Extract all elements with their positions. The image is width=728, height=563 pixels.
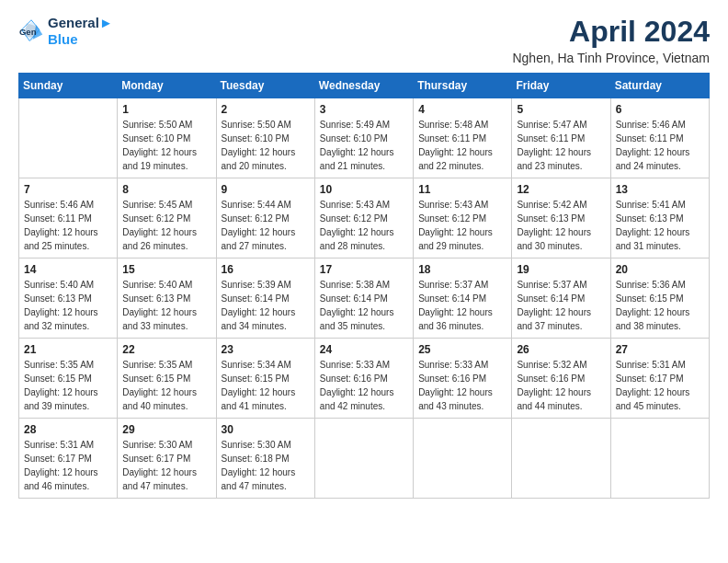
- sunrise-time: Sunrise: 5:50 AM: [122, 118, 210, 132]
- daylight-hours: Daylight: 12 hours: [24, 305, 112, 319]
- daylight-hours: Daylight: 12 hours: [320, 305, 408, 319]
- daylight-hours: Daylight: 12 hours: [517, 225, 605, 239]
- day-info: Sunrise: 5:35 AMSunset: 6:15 PMDaylight:…: [122, 358, 210, 413]
- sunrise-time: Sunrise: 5:30 AM: [122, 438, 210, 452]
- sunrise-time: Sunrise: 5:46 AM: [24, 198, 112, 212]
- calendar-cell: [19, 98, 118, 178]
- day-number: 3: [320, 103, 408, 116]
- daylight-minutes: and 31 minutes.: [616, 239, 704, 253]
- day-info: Sunrise: 5:43 AMSunset: 6:12 PMDaylight:…: [320, 198, 408, 253]
- day-info: Sunrise: 5:35 AMSunset: 6:15 PMDaylight:…: [24, 358, 112, 413]
- calendar-week-1: 1Sunrise: 5:50 AMSunset: 6:10 PMDaylight…: [19, 98, 710, 178]
- daylight-hours: Daylight: 12 hours: [222, 225, 310, 239]
- calendar-cell: 3Sunrise: 5:49 AMSunset: 6:10 PMDaylight…: [314, 98, 413, 178]
- sunset-time: Sunset: 6:14 PM: [517, 292, 605, 305]
- weekday-header-wednesday: Wednesday: [314, 74, 413, 98]
- daylight-minutes: and 32 minutes.: [24, 319, 112, 333]
- calendar-cell: 14Sunrise: 5:40 AMSunset: 6:13 PMDayligh…: [19, 259, 118, 339]
- daylight-minutes: and 38 minutes.: [616, 319, 704, 333]
- daylight-hours: Daylight: 12 hours: [418, 385, 506, 399]
- day-info: Sunrise: 5:33 AMSunset: 6:16 PMDaylight:…: [320, 358, 408, 413]
- calendar-cell: 18Sunrise: 5:37 AMSunset: 6:14 PMDayligh…: [414, 259, 512, 339]
- daylight-minutes: and 23 minutes.: [517, 159, 605, 173]
- day-number: 8: [122, 183, 210, 196]
- daylight-minutes: and 46 minutes.: [24, 479, 112, 493]
- calendar-cell: [314, 419, 413, 499]
- calendar-week-4: 21Sunrise: 5:35 AMSunset: 6:15 PMDayligh…: [19, 339, 710, 419]
- calendar-cell: 16Sunrise: 5:39 AMSunset: 6:14 PMDayligh…: [216, 259, 314, 339]
- sunrise-time: Sunrise: 5:33 AM: [418, 358, 506, 372]
- day-number: 10: [320, 183, 408, 196]
- title-block: April 2024 Nghen, Ha Tinh Province, Viet…: [512, 15, 710, 65]
- daylight-minutes: and 26 minutes.: [122, 239, 210, 253]
- day-info: Sunrise: 5:30 AMSunset: 6:17 PMDaylight:…: [122, 438, 210, 493]
- calendar-cell: 6Sunrise: 5:46 AMSunset: 6:11 PMDaylight…: [610, 98, 709, 178]
- day-number: 23: [222, 343, 310, 356]
- day-number: 26: [517, 343, 605, 356]
- calendar-cell: 27Sunrise: 5:31 AMSunset: 6:17 PMDayligh…: [610, 339, 709, 419]
- calendar-cell: 29Sunrise: 5:30 AMSunset: 6:17 PMDayligh…: [118, 419, 216, 499]
- day-info: Sunrise: 5:50 AMSunset: 6:10 PMDaylight:…: [222, 118, 310, 173]
- day-info: Sunrise: 5:31 AMSunset: 6:17 PMDaylight:…: [24, 438, 112, 493]
- daylight-minutes: and 28 minutes.: [320, 239, 408, 253]
- sunset-time: Sunset: 6:13 PM: [616, 212, 704, 225]
- daylight-minutes: and 44 minutes.: [517, 399, 605, 413]
- day-number: 20: [616, 263, 704, 276]
- day-info: Sunrise: 5:46 AMSunset: 6:11 PMDaylight:…: [24, 198, 112, 253]
- daylight-hours: Daylight: 12 hours: [517, 385, 605, 399]
- daylight-minutes: and 24 minutes.: [616, 159, 704, 173]
- sunset-time: Sunset: 6:16 PM: [418, 372, 506, 385]
- sunrise-time: Sunrise: 5:37 AM: [418, 278, 506, 292]
- daylight-hours: Daylight: 12 hours: [24, 385, 112, 399]
- daylight-minutes: and 43 minutes.: [418, 399, 506, 413]
- logo-icon: Gen: [18, 18, 44, 44]
- day-number: 13: [616, 183, 704, 196]
- day-info: Sunrise: 5:34 AMSunset: 6:15 PMDaylight:…: [222, 358, 310, 413]
- daylight-hours: Daylight: 12 hours: [418, 145, 506, 159]
- daylight-minutes: and 22 minutes.: [418, 159, 506, 173]
- calendar-cell: 20Sunrise: 5:36 AMSunset: 6:15 PMDayligh…: [610, 259, 709, 339]
- calendar-cell: [414, 419, 512, 499]
- day-number: 5: [517, 103, 605, 116]
- daylight-hours: Daylight: 12 hours: [616, 145, 704, 159]
- sunset-time: Sunset: 6:15 PM: [24, 372, 112, 385]
- day-number: 14: [24, 263, 112, 276]
- sunset-time: Sunset: 6:16 PM: [320, 372, 408, 385]
- sunset-time: Sunset: 6:17 PM: [616, 372, 704, 385]
- sunrise-time: Sunrise: 5:49 AM: [320, 118, 408, 132]
- day-info: Sunrise: 5:32 AMSunset: 6:16 PMDaylight:…: [517, 358, 605, 413]
- weekday-header-monday: Monday: [118, 74, 216, 98]
- daylight-minutes: and 47 minutes.: [122, 479, 210, 493]
- daylight-minutes: and 47 minutes.: [222, 479, 310, 493]
- sunset-time: Sunset: 6:12 PM: [320, 212, 408, 225]
- daylight-hours: Daylight: 12 hours: [320, 145, 408, 159]
- daylight-hours: Daylight: 12 hours: [122, 465, 210, 479]
- month-year-title: April 2024: [512, 15, 710, 49]
- sunrise-time: Sunrise: 5:39 AM: [222, 278, 310, 292]
- sunrise-time: Sunrise: 5:41 AM: [616, 198, 704, 212]
- sunrise-time: Sunrise: 5:42 AM: [517, 198, 605, 212]
- weekday-header-tuesday: Tuesday: [216, 74, 314, 98]
- calendar-cell: 9Sunrise: 5:44 AMSunset: 6:12 PMDaylight…: [216, 178, 314, 259]
- day-info: Sunrise: 5:48 AMSunset: 6:11 PMDaylight:…: [418, 118, 506, 173]
- daylight-minutes: and 34 minutes.: [222, 319, 310, 333]
- sunset-time: Sunset: 6:11 PM: [24, 212, 112, 225]
- weekday-header-thursday: Thursday: [414, 74, 512, 98]
- sunset-time: Sunset: 6:10 PM: [122, 132, 210, 145]
- sunrise-time: Sunrise: 5:40 AM: [24, 278, 112, 292]
- daylight-hours: Daylight: 12 hours: [24, 465, 112, 479]
- day-number: 15: [122, 263, 210, 276]
- logo: Gen General► Blue: [18, 15, 113, 48]
- day-info: Sunrise: 5:37 AMSunset: 6:14 PMDaylight:…: [517, 278, 605, 333]
- calendar-cell: 10Sunrise: 5:43 AMSunset: 6:12 PMDayligh…: [314, 178, 413, 259]
- calendar-cell: 7Sunrise: 5:46 AMSunset: 6:11 PMDaylight…: [19, 178, 118, 259]
- daylight-minutes: and 41 minutes.: [222, 399, 310, 413]
- day-info: Sunrise: 5:46 AMSunset: 6:11 PMDaylight:…: [616, 118, 704, 173]
- daylight-minutes: and 33 minutes.: [122, 319, 210, 333]
- calendar-cell: [610, 419, 709, 499]
- sunrise-time: Sunrise: 5:37 AM: [517, 278, 605, 292]
- daylight-minutes: and 30 minutes.: [517, 239, 605, 253]
- sunrise-time: Sunrise: 5:36 AM: [616, 278, 704, 292]
- sunset-time: Sunset: 6:17 PM: [122, 452, 210, 465]
- daylight-minutes: and 45 minutes.: [616, 399, 704, 413]
